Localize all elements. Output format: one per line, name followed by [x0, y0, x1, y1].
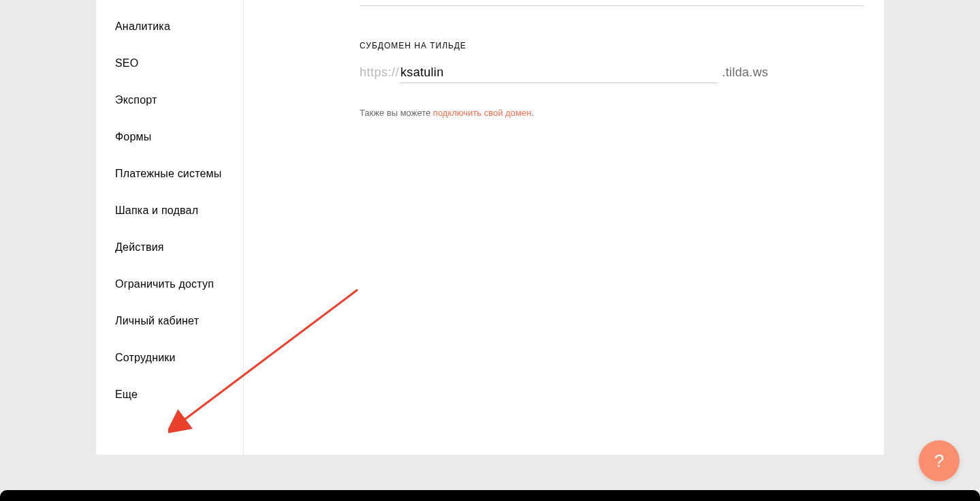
sidebar-item-label: Формы [115, 131, 151, 142]
subdomain-label: СУБДОМЕН НА ТИЛЬДЕ [360, 41, 768, 50]
sidebar-item-label: Ограничить доступ [115, 278, 214, 290]
sidebar-item-label: Сотрудники [115, 352, 176, 363]
subdomain-input[interactable] [399, 63, 718, 83]
sidebar-item-collaborators[interactable]: Сотрудники [96, 339, 243, 376]
subdomain-prefix: https:// [360, 65, 399, 80]
sidebar-item-label: Действия [115, 241, 164, 253]
subdomain-row: https:// .tilda.ws [360, 63, 768, 83]
sidebar-item-seo[interactable]: SEO [96, 45, 243, 82]
settings-sidebar: Аналитика SEO Экспорт Формы Платежные си… [96, 0, 244, 455]
sidebar-item-payments[interactable]: Платежные системы [96, 155, 243, 192]
sidebar-item-label: Шапка и подвал [115, 204, 198, 216]
sidebar-item-label: SEO [115, 57, 138, 69]
helper-text-prefix: Также вы можете [360, 108, 433, 118]
subdomain-suffix: .tilda.ws [722, 65, 768, 80]
helper-text: Также вы можете подключить свой домен. [360, 108, 768, 118]
help-icon: ? [934, 451, 944, 472]
sidebar-item-export[interactable]: Экспорт [96, 82, 243, 119]
sidebar-item-label: Платежные системы [115, 168, 222, 179]
settings-panel: Аналитика SEO Экспорт Формы Платежные си… [96, 0, 884, 455]
divider [360, 5, 864, 6]
helper-text-suffix: . [531, 108, 534, 118]
settings-content: СУБДОМЕН НА ТИЛЬДЕ https:// .tilda.ws Та… [244, 0, 884, 455]
sidebar-item-header-footer[interactable]: Шапка и подвал [96, 192, 243, 229]
sidebar-item-label: Аналитика [115, 20, 170, 32]
sidebar-item-label: Еще [115, 389, 138, 400]
sidebar-item-account[interactable]: Личный кабинет [96, 303, 243, 339]
sidebar-item-label: Экспорт [115, 94, 157, 106]
connect-domain-link[interactable]: подключить свой домен [433, 108, 531, 118]
sidebar-item-analytics[interactable]: Аналитика [96, 8, 243, 45]
sidebar-item-restrict-access[interactable]: Ограничить доступ [96, 266, 243, 303]
sidebar-item-forms[interactable]: Формы [96, 119, 243, 155]
subdomain-section: СУБДОМЕН НА ТИЛЬДЕ https:// .tilda.ws Та… [360, 41, 768, 118]
sidebar-item-more[interactable]: Еще [96, 376, 243, 413]
sidebar-item-actions[interactable]: Действия [96, 229, 243, 266]
sidebar-item-label: Личный кабинет [115, 315, 199, 327]
help-button[interactable]: ? [919, 440, 960, 481]
bottom-bar [0, 490, 980, 501]
